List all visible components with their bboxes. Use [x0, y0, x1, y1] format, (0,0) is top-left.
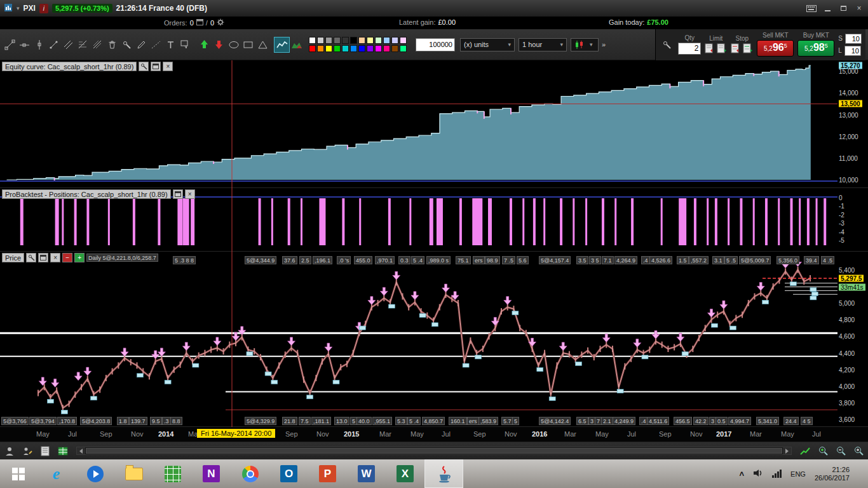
- taskbar-clock[interactable]: 21:26 26/06/2017: [815, 466, 850, 482]
- tool-pitchfork-icon[interactable]: [90, 37, 105, 52]
- orders-window-icon[interactable]: [196, 19, 203, 27]
- scroll-right-arrow[interactable]: [783, 447, 791, 454]
- tool-vline-icon[interactable]: [32, 37, 46, 52]
- color-swatch[interactable]: [358, 37, 365, 44]
- start-button[interactable]: [0, 459, 37, 488]
- color-swatch[interactable]: [342, 45, 349, 52]
- equity-close-icon[interactable]: ×: [163, 62, 173, 71]
- keyboard-icon[interactable]: [806, 4, 817, 13]
- remove-indicator-icon[interactable]: −: [62, 253, 72, 262]
- limit-buy-order-icon[interactable]: [717, 43, 727, 54]
- timeframe-dropdown[interactable]: 1 hour▾: [519, 38, 567, 51]
- taskbar-app-word[interactable]: W: [347, 459, 386, 488]
- equity-panel-title-chip[interactable]: Equity curve: Cac_scalp_short_1hr (0.89): [2, 62, 137, 71]
- taskbar-app-powerpoint[interactable]: P: [308, 459, 347, 488]
- tool-fibonacci-icon[interactable]: [76, 37, 90, 52]
- volume-icon[interactable]: [753, 468, 763, 480]
- color-swatch[interactable]: [400, 37, 407, 44]
- limit-sell-order-icon[interactable]: [705, 43, 715, 54]
- chart-style-dropdown[interactable]: ▾: [571, 38, 599, 51]
- instrument-dropdown-caret[interactable]: ▾: [17, 5, 20, 11]
- stop-sell-order-icon[interactable]: [731, 43, 741, 54]
- auto-scale-chart-icon[interactable]: [798, 445, 812, 458]
- taskbar-app-green-grid-app[interactable]: [153, 459, 192, 488]
- account-user-icon[interactable]: [3, 445, 17, 458]
- price-panel-title-chip[interactable]: Price: [2, 253, 24, 262]
- tool-rectangle-icon[interactable]: [241, 37, 255, 52]
- positions-panel-title-chip[interactable]: ProBacktest - Positions: Cac_scalp_short…: [2, 189, 171, 199]
- tray-expand-caret-icon[interactable]: ˄: [740, 469, 745, 478]
- color-swatch[interactable]: [334, 37, 341, 44]
- limit-size-field[interactable]: 10: [844, 46, 861, 56]
- buy-mkt-button[interactable]: 5,2985: [797, 40, 834, 57]
- order-qty-input[interactable]: [678, 43, 701, 55]
- color-swatch[interactable]: [367, 45, 374, 52]
- report-list-icon[interactable]: [38, 445, 52, 458]
- color-swatch[interactable]: [309, 37, 316, 44]
- tool-trendline-icon[interactable]: [3, 37, 17, 52]
- color-swatch[interactable]: [400, 45, 407, 52]
- taskbar-app-java[interactable]: [424, 459, 463, 488]
- taskbar-app-outlook[interactable]: O: [269, 459, 308, 488]
- taskbar-app-media-player[interactable]: [76, 459, 114, 488]
- chartmode-line-icon[interactable]: [275, 37, 289, 52]
- equity-settings-wrench-icon[interactable]: [139, 62, 149, 71]
- language-indicator[interactable]: ENG: [790, 470, 806, 478]
- user-edit-icon[interactable]: [20, 445, 34, 458]
- color-swatch[interactable]: [383, 37, 390, 44]
- units-dropdown[interactable]: (x) units▾: [460, 38, 515, 51]
- color-swatch[interactable]: [342, 37, 349, 44]
- color-swatch[interactable]: [391, 45, 398, 52]
- sell-mkt-button[interactable]: 5,2965: [757, 40, 794, 57]
- tool-delete-icon[interactable]: [105, 37, 119, 52]
- color-swatch[interactable]: [350, 45, 357, 52]
- color-swatch[interactable]: [367, 37, 374, 44]
- color-swatch[interactable]: [317, 45, 324, 52]
- tool-text-icon[interactable]: [163, 37, 178, 52]
- tool-ellipse-icon[interactable]: [226, 37, 241, 52]
- stop-size-field[interactable]: 10: [845, 34, 862, 44]
- maximize-button[interactable]: [838, 4, 848, 13]
- positions-close-icon[interactable]: ×: [185, 189, 195, 199]
- tool-dotted-line-icon[interactable]: [149, 37, 163, 52]
- zoom-reset-icon[interactable]: [816, 445, 830, 458]
- tool-arrow-down-icon[interactable]: [212, 37, 226, 52]
- info-badge-icon[interactable]: i: [39, 4, 48, 13]
- horizontal-scrollbar[interactable]: [76, 447, 792, 455]
- chartmode-area-icon[interactable]: [289, 37, 304, 52]
- price-close-icon[interactable]: ×: [50, 253, 60, 262]
- tool-triangle-icon[interactable]: [255, 37, 270, 52]
- zoom-out-icon[interactable]: [834, 445, 848, 458]
- price-chart[interactable]: [0, 252, 837, 427]
- color-swatch[interactable]: [383, 45, 390, 52]
- color-swatch[interactable]: [375, 37, 382, 44]
- taskbar-app-chrome[interactable]: [231, 459, 269, 488]
- tool-settings-icon[interactable]: [119, 37, 134, 52]
- color-swatch[interactable]: [309, 45, 316, 52]
- add-indicator-icon[interactable]: +: [74, 253, 85, 262]
- taskbar-app-file-explorer[interactable]: [114, 459, 153, 488]
- tool-hline-icon[interactable]: [17, 37, 32, 52]
- scrollbar-thumb[interactable]: [86, 448, 782, 454]
- tool-callout-icon[interactable]: [178, 37, 193, 52]
- taskbar-app-ie[interactable]: e: [37, 459, 76, 488]
- equity-maximize-icon[interactable]: [151, 62, 161, 71]
- color-swatch[interactable]: [391, 37, 398, 44]
- color-swatch[interactable]: [350, 37, 357, 44]
- minimize-button[interactable]: [822, 4, 832, 13]
- zoom-in-icon[interactable]: [851, 445, 865, 458]
- color-swatch[interactable]: [375, 45, 382, 52]
- color-swatch[interactable]: [358, 45, 365, 52]
- tool-pencil-icon[interactable]: [134, 37, 149, 52]
- scroll-left-arrow[interactable]: [77, 447, 85, 454]
- stop-buy-order-icon[interactable]: [743, 43, 753, 54]
- equity-chart[interactable]: [0, 60, 837, 188]
- toolbar-overflow-chevron[interactable]: »: [602, 41, 606, 48]
- order-settings-wrench-icon[interactable]: [660, 37, 674, 52]
- tool-segment-icon[interactable]: [46, 37, 61, 52]
- network-signal-icon[interactable]: [772, 470, 782, 478]
- close-button[interactable]: ×: [854, 4, 864, 13]
- default-quantity-input[interactable]: [416, 38, 455, 51]
- tool-parallel-lines-icon[interactable]: [61, 37, 76, 52]
- color-swatch[interactable]: [334, 45, 341, 52]
